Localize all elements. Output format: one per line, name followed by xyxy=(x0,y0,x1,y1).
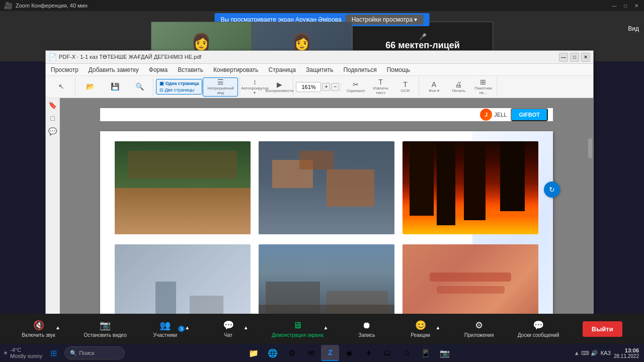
batch-icon: ⊞ xyxy=(480,78,486,86)
view-mode-group[interactable]: ▣ Одна страница ⊟ Две страницы xyxy=(156,79,202,95)
sharing-settings-btn[interactable]: Настройки просмотра ▾ xyxy=(346,15,424,25)
two-page-view-btn[interactable]: ⊟ Две страницы xyxy=(158,87,200,93)
share-caret[interactable]: ▲ xyxy=(324,325,329,330)
zoom-minimize-btn[interactable]: — xyxy=(611,2,618,9)
play-btn[interactable]: ▶ Воспроизвести xyxy=(267,77,291,97)
view-btn[interactable]: Вид xyxy=(628,25,639,32)
menu-view[interactable]: Просмотр xyxy=(49,65,80,74)
menu-convert[interactable]: Конвертировать xyxy=(211,65,261,74)
search-btn[interactable]: 🔍 xyxy=(127,77,151,97)
language-indicator[interactable]: КАЗ xyxy=(601,350,611,356)
floating-action-btn[interactable]: ↻ xyxy=(544,182,560,198)
zoom-in-btn[interactable]: + xyxy=(322,83,330,91)
menu-protect[interactable]: Защитить xyxy=(304,65,335,74)
comments-icon[interactable]: 💬 xyxy=(48,127,57,135)
taskbar-zoom[interactable]: Z xyxy=(321,345,339,361)
taskbar-edge[interactable]: 🌐 xyxy=(264,345,282,361)
save-btn[interactable]: 💾 xyxy=(103,77,127,97)
whiteboard-btn[interactable]: 💬 Доски сообщений xyxy=(518,320,559,338)
pdf-sidebar: 🔖 □ 💬 xyxy=(46,98,60,319)
taskbar-folder[interactable]: 🗂 xyxy=(378,345,396,361)
start-button[interactable]: ⊞ xyxy=(44,345,62,360)
taskbar-settings[interactable]: ⚙ xyxy=(283,345,301,361)
taskbar-chrome[interactable]: ◉ xyxy=(340,345,358,361)
chat-btn[interactable]: 💬 Чат xyxy=(213,320,244,338)
mute-btn[interactable]: 🔇 Включить звук xyxy=(22,320,55,338)
taskbar-whatsapp[interactable]: 📱 xyxy=(417,345,435,361)
menu-help[interactable]: Помощь xyxy=(385,65,412,74)
print-btn[interactable]: 🖨 Печать xyxy=(446,77,470,97)
apps-label: Приложения xyxy=(464,332,494,338)
select-tool-btn[interactable]: ↖ xyxy=(49,77,73,97)
page-thumbnail-icon[interactable]: □ xyxy=(50,114,54,122)
continuous-view-btn[interactable]: ☰ Непрерывный вид xyxy=(203,77,238,97)
open-btn[interactable]: 📂 xyxy=(78,77,102,97)
weather-widget: ☀ -4°C Mostly sunny xyxy=(3,347,42,359)
whiteboard-label: Доски сообщений xyxy=(518,332,559,338)
apps-btn[interactable]: ⚙ Приложения xyxy=(464,320,494,338)
zoom-titlebar-info: 🎥 Zoom Конференция, 40 мин xyxy=(4,2,88,10)
zoom-input[interactable] xyxy=(296,82,321,92)
zoom-out-btn[interactable]: − xyxy=(331,83,339,91)
participants-caret[interactable]: ▲ xyxy=(185,325,190,330)
ocr-btn[interactable]: T OCR xyxy=(393,77,417,97)
zoom-win-controls[interactable]: — □ ✕ xyxy=(611,2,640,9)
reactions-caret[interactable]: ▲ xyxy=(436,325,441,330)
pdf-app-icon: 📄 xyxy=(49,53,57,61)
font-btn[interactable]: A Фон ▾ xyxy=(422,77,446,97)
cursor-icon: ↖ xyxy=(58,82,64,90)
search-icon: 🔍 xyxy=(70,350,77,356)
apps-icon: ⚙ xyxy=(475,320,483,331)
pdf-win-btns[interactable]: — □ ✕ xyxy=(559,53,590,62)
mute-caret[interactable]: ▲ xyxy=(55,325,60,330)
menu-page[interactable]: Страница xyxy=(267,65,298,74)
bookmark-icon[interactable]: 🔖 xyxy=(48,101,57,109)
pdf-restore-btn[interactable]: □ xyxy=(570,53,579,62)
burns-image xyxy=(403,244,538,319)
continuous-icon: ☰ xyxy=(217,78,224,86)
mic-icon: 🎤 xyxy=(419,33,427,40)
taskbar-search[interactable]: 🔍 Поиск xyxy=(64,346,125,359)
pdf-content-area: 🔖 □ 💬 J JELL GIFBOT xyxy=(46,98,593,319)
weather-icon: ☀ xyxy=(3,350,8,356)
video-icon: 📷 xyxy=(100,320,111,331)
menu-note[interactable]: Добавить заметку xyxy=(87,65,141,74)
toolbar-print-group: A Фон ▾ 🖨 Печать ⊞ Пакетная пе... xyxy=(420,77,497,97)
taskbar-spotify[interactable]: ♫ xyxy=(397,345,416,361)
menu-share[interactable]: Поделиться xyxy=(341,65,378,74)
batch-print-btn[interactable]: ⊞ Пакетная пе... xyxy=(471,77,495,97)
chat-caret[interactable]: ▲ xyxy=(244,325,249,330)
video-action-btn[interactable]: 📷 Остановить видео xyxy=(84,320,127,338)
pdf-minimize-btn[interactable]: — xyxy=(559,53,568,62)
open-icon: 📂 xyxy=(86,82,95,90)
toolbar-nav-group: 📂 💾 🔍 xyxy=(76,77,153,97)
screenshot-btn[interactable]: ✂ Скриншот xyxy=(344,77,368,97)
taskbar-instagram[interactable]: 📷 xyxy=(436,345,454,361)
scrollbar-handle[interactable] xyxy=(588,138,592,158)
record-btn[interactable]: ⏺ Запись xyxy=(352,320,382,338)
autoscroll-btn[interactable]: ↕ Автопрокрутка ▾ xyxy=(243,77,267,97)
end-meeting-btn[interactable]: Выйти xyxy=(583,321,622,337)
disaster-images-row1 xyxy=(110,141,543,234)
pdf-page-area[interactable]: J JELL GIFBOT xyxy=(60,98,593,319)
zoom-restore-btn[interactable]: □ xyxy=(622,2,629,9)
start-icon: ⊞ xyxy=(50,348,57,358)
reactions-btn[interactable]: 😊 Реакции xyxy=(406,320,436,338)
ad-button[interactable]: GIFBOT xyxy=(511,108,548,121)
share-screen-btn[interactable]: 🖥 Демонстрация экрана xyxy=(272,320,323,338)
menu-insert[interactable]: Вставить xyxy=(176,65,205,74)
participants-btn[interactable]: 👥 Участники xyxy=(150,320,180,338)
school-name: 66 мектеп-лицей xyxy=(385,40,460,51)
zoom-control[interactable]: + − xyxy=(296,82,339,92)
menu-form[interactable]: Форма xyxy=(147,65,170,74)
aerial-flood-image xyxy=(259,141,394,234)
single-page-view-btn[interactable]: ▣ Одна страница xyxy=(158,80,200,86)
taskbar-file-explorer[interactable]: 📁 xyxy=(245,345,263,361)
pdf-close-btn[interactable]: ✕ xyxy=(581,53,590,62)
ocr-label: OCR xyxy=(401,89,410,94)
taskbar-date: 28.11.2022 xyxy=(614,353,639,359)
extract-text-btn[interactable]: T Извлечь текст xyxy=(368,77,392,97)
zoom-close-btn[interactable]: ✕ xyxy=(633,2,640,9)
taskbar-mail[interactable]: ✉ xyxy=(302,345,320,361)
taskbar-telegram[interactable]: ✈ xyxy=(359,345,377,361)
